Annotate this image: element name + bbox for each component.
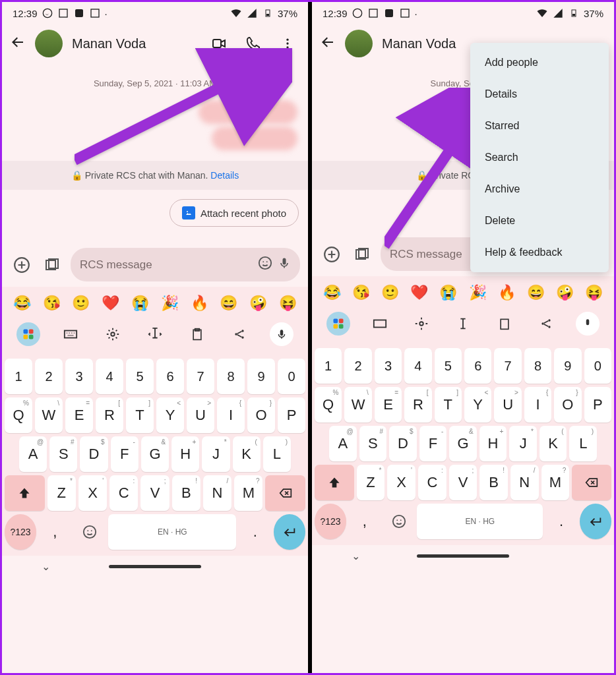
key-M[interactable]: M? <box>541 465 570 500</box>
key-F[interactable]: F- <box>419 426 447 461</box>
key-L[interactable]: L) <box>263 436 291 472</box>
shift-key[interactable] <box>315 465 354 500</box>
key-N[interactable]: N/ <box>203 475 231 511</box>
emoji[interactable]: 🤪 <box>249 295 267 312</box>
keyboard-collapse-icon[interactable]: ⌄ <box>352 550 360 562</box>
contact-avatar[interactable] <box>345 30 373 57</box>
key-Y[interactable]: Y< <box>464 387 491 423</box>
key-6[interactable]: 6 <box>156 359 184 394</box>
key-P[interactable]: P <box>584 387 611 423</box>
key-J[interactable]: J* <box>202 436 230 472</box>
share-icon[interactable] <box>534 312 558 336</box>
nav-pill[interactable] <box>109 565 201 568</box>
key-0[interactable]: 0 <box>584 348 611 384</box>
key-4[interactable]: 4 <box>96 359 123 394</box>
emoji[interactable]: 🙂 <box>381 284 399 301</box>
emoji-button[interactable] <box>258 256 272 274</box>
keyboard-icon[interactable] <box>59 322 82 346</box>
symbols-key[interactable]: ?123 <box>315 504 346 539</box>
key-I[interactable]: I{ <box>524 387 551 423</box>
emoji[interactable]: 😭 <box>439 284 457 301</box>
emoji[interactable]: 😄 <box>527 284 545 301</box>
key-U[interactable]: U> <box>494 387 521 423</box>
attach-photo-chip[interactable]: Attach recent photo <box>169 199 299 227</box>
key-W[interactable]: W\ <box>35 397 63 433</box>
voice-input-icon[interactable] <box>576 312 600 336</box>
emoji[interactable]: 😂 <box>13 295 31 312</box>
key-H[interactable]: H+ <box>171 436 199 472</box>
key-Z[interactable]: Z* <box>47 475 76 511</box>
key-Q[interactable]: Q% <box>315 387 342 423</box>
key-6[interactable]: 6 <box>464 348 491 384</box>
symbols-key[interactable]: ?123 <box>5 514 36 550</box>
backspace-key[interactable] <box>572 465 611 500</box>
comma-key[interactable]: , <box>39 514 71 550</box>
key-5[interactable]: 5 <box>435 348 462 384</box>
key-7[interactable]: 7 <box>187 359 214 394</box>
key-B[interactable]: B! <box>479 465 508 500</box>
message-bubble[interactable] <box>212 127 297 150</box>
key-Y[interactable]: Y< <box>156 397 184 433</box>
key-V[interactable]: V; <box>140 475 169 511</box>
key-E[interactable]: E= <box>65 397 93 433</box>
text-cursor-icon[interactable] <box>451 312 475 336</box>
add-button[interactable] <box>10 253 34 277</box>
key-8[interactable]: 8 <box>524 348 551 384</box>
key-4[interactable]: 4 <box>404 348 431 384</box>
key-G[interactable]: G& <box>141 436 169 472</box>
emoji-key[interactable] <box>383 504 415 539</box>
rcs-details-link[interactable]: Details <box>210 170 239 181</box>
key-D[interactable]: D$ <box>80 436 108 472</box>
phone-call-button[interactable] <box>241 31 266 56</box>
key-C[interactable]: C: <box>109 475 138 511</box>
gallery-button[interactable] <box>350 243 374 266</box>
key-W[interactable]: W\ <box>344 387 371 423</box>
menu-help[interactable]: Help & feedback <box>470 237 609 268</box>
contact-avatar[interactable] <box>35 30 63 57</box>
key-Q[interactable]: Q% <box>5 397 32 433</box>
emoji[interactable]: 😭 <box>131 295 149 312</box>
add-button[interactable] <box>320 243 344 266</box>
key-E[interactable]: E= <box>375 387 402 423</box>
emoji-key[interactable] <box>74 514 106 550</box>
contact-name[interactable]: Manan Voda <box>72 36 197 51</box>
grid-icon[interactable] <box>326 312 350 336</box>
clipboard-icon[interactable] <box>493 312 516 336</box>
menu-search[interactable]: Search <box>470 142 609 173</box>
period-key[interactable]: . <box>545 504 577 539</box>
emoji[interactable]: 😝 <box>585 284 603 301</box>
key-C[interactable]: C: <box>418 465 447 500</box>
key-O[interactable]: O} <box>247 397 275 433</box>
key-V[interactable]: V; <box>449 465 477 500</box>
settings-icon[interactable] <box>410 312 433 336</box>
shift-key[interactable] <box>5 475 45 511</box>
emoji[interactable]: 🤪 <box>556 284 574 301</box>
video-call-button[interactable] <box>206 31 231 56</box>
key-X[interactable]: X' <box>78 475 107 511</box>
enter-key[interactable] <box>580 504 611 539</box>
menu-starred[interactable]: Starred <box>470 110 609 142</box>
space-key[interactable]: EN · HG <box>108 514 236 550</box>
backspace-key[interactable] <box>265 475 305 511</box>
message-bubble[interactable] <box>199 100 297 124</box>
gallery-button[interactable] <box>40 253 64 277</box>
key-9[interactable]: 9 <box>554 348 581 384</box>
key-R[interactable]: R[ <box>96 397 123 433</box>
menu-archive[interactable]: Archive <box>470 173 609 205</box>
emoji[interactable]: 😝 <box>279 295 297 312</box>
key-1[interactable]: 1 <box>5 359 32 394</box>
keyboard-collapse-icon[interactable]: ⌄ <box>42 560 50 573</box>
key-K[interactable]: K( <box>539 426 567 461</box>
back-button[interactable] <box>10 34 26 53</box>
key-S[interactable]: S# <box>359 426 387 461</box>
key-R[interactable]: R[ <box>404 387 431 423</box>
key-N[interactable]: N/ <box>510 465 539 500</box>
emoji[interactable]: 🎉 <box>469 284 487 301</box>
key-I[interactable]: I{ <box>217 397 245 433</box>
key-1[interactable]: 1 <box>315 348 342 384</box>
back-button[interactable] <box>320 34 336 53</box>
key-D[interactable]: D$ <box>389 426 417 461</box>
key-P[interactable]: P <box>278 397 305 433</box>
clipboard-icon[interactable] <box>185 322 209 346</box>
key-K[interactable]: K( <box>233 436 261 472</box>
